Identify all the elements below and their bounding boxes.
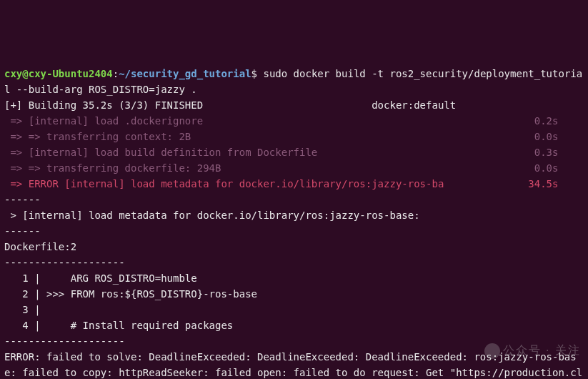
dash-separator: -------------------- (4, 333, 584, 349)
dockerfile-label: Dockerfile:2 (4, 239, 584, 255)
user-host: cxy@cxy-Ubuntu2404 (4, 68, 113, 79)
terminal-output[interactable]: cxy@cxy-Ubuntu2404:~/security_gd_tutoria… (4, 66, 584, 379)
dockerfile-line: 1 | ARG ROS_DISTRO=humble (4, 270, 584, 286)
build-header: [+] Building 35.2s (3/3) FINISHED docker… (4, 97, 584, 113)
dockerfile-line: 2 | >>> FROM ros:${ROS_DISTRO}-ros-base (4, 286, 584, 302)
build-step: => [internal] load build definition from… (4, 144, 584, 160)
dash-separator: -------------------- (4, 255, 584, 270)
dockerfile-line: 3 | (4, 302, 584, 318)
dockerfile-line: 4 | # Install required packages (4, 318, 584, 333)
build-step: => => transferring dockerfile: 294B 0.0s (4, 160, 584, 176)
cwd-path: ~/security_gd_tutorial (119, 68, 251, 79)
separator: ------ (4, 192, 584, 207)
build-header-spacer (203, 99, 372, 111)
build-step: => ERROR [internal] load metadata for do… (4, 176, 584, 192)
build-step: => [internal] load .dockerignore 0.2s (4, 113, 584, 129)
build-step: => => transferring context: 2B 0.0s (4, 129, 584, 144)
prompt-line: cxy@cxy-Ubuntu2404:~/security_gd_tutoria… (4, 66, 584, 97)
metadata-line: > [internal] load metadata for docker.io… (4, 207, 584, 223)
separator: ------ (4, 223, 584, 239)
error-message: ERROR: failed to solve: DeadlineExceeded… (4, 349, 584, 379)
